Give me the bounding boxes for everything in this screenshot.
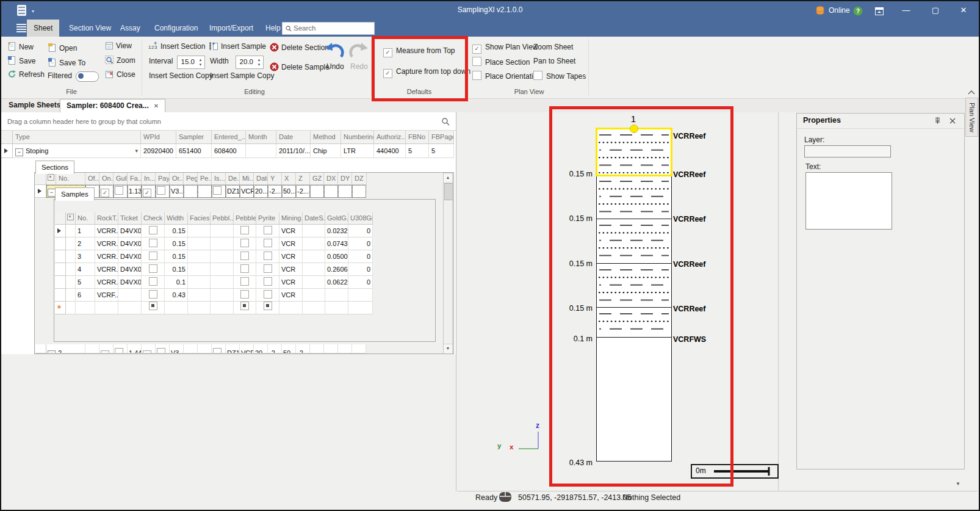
menu-tab-sheet[interactable]: Sheet [27,20,59,37]
main-column-header-month[interactable]: Month [246,131,276,144]
checkbox-icon[interactable] [157,186,165,195]
samples-row-cell[interactable] [303,289,325,302]
samples-column-header-pebbl[interactable]: Pebbl... [211,212,234,225]
sections-row-cell[interactable]: -2... [268,344,282,353]
sections-expand-all-header[interactable] [46,173,56,185]
samples-row-cell[interactable] [325,289,348,302]
samples-row-cell[interactable]: VCR [279,250,303,263]
grid-search-icon[interactable] [442,118,450,126]
checkbox-icon[interactable] [143,350,151,353]
samples-new-row-cell[interactable] [76,302,95,314]
main-row-cell[interactable]: −Stoping▾ [13,144,141,158]
tab-sample-sheets[interactable]: Sample Sheets [2,99,67,112]
sections-row-cell[interactable] [156,185,170,198]
sections-row-cell[interactable] [212,185,226,198]
samples-row-cell[interactable]: D4VX0... [118,276,142,289]
samples-row-cell[interactable] [66,289,76,302]
sections-row-cell[interactable]: 1.44 [128,344,142,353]
checkbox-icon[interactable] [115,186,123,195]
samples-row-cell[interactable]: 0.43 [165,289,188,302]
checkbox-icon[interactable] [149,290,157,299]
main-row-cell[interactable]: 651400 [176,144,212,158]
samples-row-cell[interactable] [234,289,256,302]
samples-expand-all-header[interactable] [66,212,76,225]
samples-row-cell[interactable] [66,263,76,276]
close-button[interactable]: ✕ [956,5,971,16]
width-down-icon[interactable]: ▼ [256,62,262,68]
samples-row-cell[interactable] [303,225,325,237]
main-column-header-fbno[interactable]: FBNo [406,131,429,144]
samples-new-row-cell[interactable] [142,302,165,314]
sections-row-cell[interactable] [113,185,128,198]
app-menu-icon[interactable] [16,23,27,34]
samples-column-header-u308gr[interactable]: U308Gr... [348,212,373,225]
interval-spinner[interactable]: 15.0▲▼ [177,56,205,69]
menu-tab-section-view[interactable]: Section View [62,20,118,37]
samples-column-header-check[interactable]: Check [142,212,165,225]
tab-sampler-608400[interactable]: Sampler: 608400 Crea...✕ [60,99,165,112]
expand-row-icon[interactable]: + [48,350,56,353]
checkbox-icon[interactable] [264,264,272,273]
samples-row-cell[interactable] [66,250,76,263]
sections-column-header-dx[interactable]: DX [324,173,338,185]
samples-row-cell[interactable]: 0 [348,276,373,289]
main-row-cell[interactable]: LTR [341,144,374,158]
samples-row-cell[interactable] [142,237,165,250]
samples-new-row-cell[interactable] [118,302,142,314]
checkbox-icon[interactable] [264,252,272,260]
samples-row-cell[interactable] [188,263,211,276]
sections-column-header-pe[interactable]: Pe... [198,173,212,185]
main-column-header-authoriz[interactable]: Authoriz... [374,131,406,144]
checkbox-icon[interactable] [115,348,123,353]
samples-column-header-facies[interactable]: Facies [188,212,211,225]
checkbox-icon[interactable] [149,264,157,273]
main-row-cell[interactable]: 2011/10/... [276,144,311,158]
sections-row-cell[interactable]: V3... [170,185,184,198]
samples-new-row-cell[interactable] [348,302,373,314]
checkbox-icon[interactable] [213,348,222,353]
samples-row-cell[interactable]: VCRR... [95,276,118,289]
samples-new-row-cell[interactable] [165,302,188,314]
sections-column-header-or[interactable]: Or... [170,173,184,185]
text-field[interactable] [805,172,892,230]
capture-top-down-check-icon[interactable] [383,69,392,78]
samples-row-cell[interactable]: D4VX0... [118,263,142,276]
samples-row-cell[interactable]: VCR [279,237,303,250]
samples-row-cell[interactable]: VCRR... [95,225,118,237]
samples-row-cell[interactable]: 0 [348,237,373,250]
insert-sample-button[interactable]: +Insert Sample [209,42,266,53]
main-column-header-method[interactable]: Method [311,131,341,144]
samples-row-cell[interactable]: 0.15 [165,237,188,250]
checkbox-icon[interactable] [264,277,272,286]
side-tab-plan-view[interactable]: Plan View [965,98,978,137]
sections-column-header-is[interactable]: Is... [212,173,226,185]
new-button[interactable]: +New [7,42,34,53]
samples-new-row-cell[interactable] [325,302,348,314]
checkbox-icon[interactable] [149,239,157,247]
samples-row-cell[interactable] [256,289,279,302]
place-orientation-checkbox[interactable]: Place Orientation [472,71,541,81]
sections-column-header-z[interactable]: Z [296,173,310,185]
sections-row-cell[interactable]: VCR [240,185,254,198]
samples-row-cell[interactable]: 0.06225 [325,276,348,289]
sections-column-header-dz[interactable]: DZ [352,173,367,185]
sections-row-cell[interactable] [338,185,352,198]
samples-row-cell[interactable] [66,276,76,289]
sections-row-cell[interactable] [198,344,212,353]
checkbox-icon[interactable] [264,226,272,234]
samples-new-row-cell[interactable] [95,302,118,314]
scroll-down-icon[interactable]: ▼ [444,344,452,353]
samples-row-cell[interactable] [234,225,256,237]
sections-row-cell[interactable] [184,344,198,353]
sections-column-header-gully[interactable]: Gully [113,173,128,185]
samples-row-cell[interactable] [234,250,256,263]
samples-row-cell[interactable]: 0.26064 [325,263,348,276]
samples-row-cell[interactable] [256,237,279,250]
properties-close-icon[interactable] [949,118,956,124]
sections-row-cell[interactable]: -2... [296,344,310,353]
samples-row-cell[interactable]: 2 [76,237,95,250]
sections-column-header-on[interactable]: On... [99,173,113,185]
collapse-ribbon-icon[interactable] [968,87,975,98]
sections-row-cell[interactable] [338,344,352,353]
checkbox-icon[interactable] [101,189,109,197]
